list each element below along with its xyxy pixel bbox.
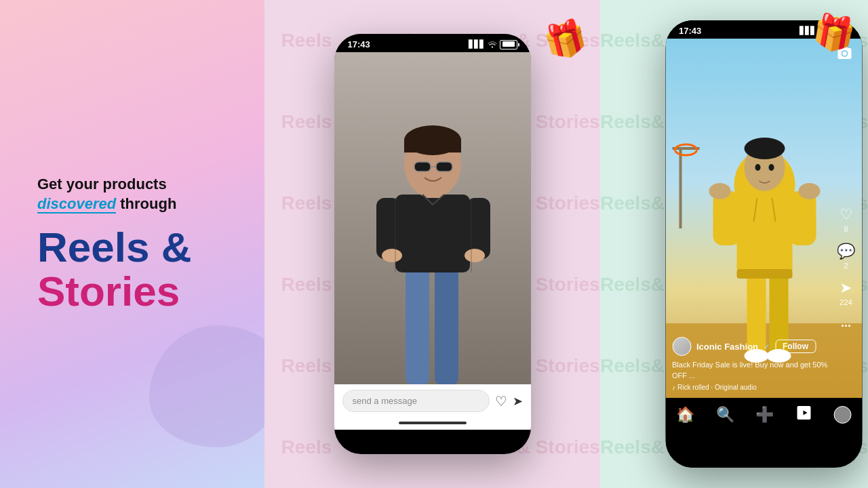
- signal-icon: ▋▋▋: [469, 40, 485, 49]
- svg-point-35: [755, 164, 760, 171]
- like-icon[interactable]: ♡: [495, 393, 507, 409]
- svg-point-32: [798, 183, 820, 199]
- reel-username: Iconic Fashion: [696, 342, 758, 352]
- svg-rect-3: [435, 262, 458, 384]
- phone1-time: 17:43: [348, 39, 370, 49]
- svg-point-36: [768, 164, 774, 171]
- share-icon[interactable]: ➤: [513, 394, 523, 409]
- wifi-icon: [488, 40, 497, 49]
- tagline-through: through: [116, 195, 176, 212]
- gift-decoration-right: 🎁: [809, 10, 857, 56]
- svg-point-7: [382, 249, 402, 262]
- reel-caption: Black Friday Sale is live! Buy now and g…: [672, 360, 828, 381]
- headline-stories: Stories: [37, 269, 231, 313]
- share-count: 224: [840, 298, 852, 306]
- phone1-mockup: 17:43 ▋▋▋: [334, 34, 531, 454]
- svg-rect-14: [436, 162, 452, 171]
- add-nav-icon[interactable]: ➕: [755, 406, 774, 424]
- phone2-mockup: 17:43 ▋▋▋: [665, 20, 862, 468]
- svg-point-31: [709, 183, 730, 199]
- more-icon: ...: [841, 316, 851, 330]
- profile-nav-avatar[interactable]: [833, 406, 851, 424]
- phone1-status-bar: 17:43 ▋▋▋: [334, 34, 531, 52]
- tagline-line1: Get your products: [37, 175, 231, 195]
- reel-user-avatar: [672, 337, 691, 356]
- reel-bottom-info: Iconic Fashion ✓ Follow Black Friday Sal…: [672, 337, 828, 391]
- svg-rect-12: [404, 139, 461, 152]
- home-indicator: [334, 418, 531, 430]
- comment-action[interactable]: 💬 2: [837, 243, 855, 270]
- comment-count: 2: [844, 262, 848, 270]
- reels-nav-icon[interactable]: [795, 405, 812, 425]
- svg-rect-39: [736, 269, 792, 279]
- svg-rect-20: [679, 147, 682, 228]
- tagline-discovered: discovered: [37, 195, 116, 214]
- center-area: Reels & Stories Reels & Stories Reels & …: [264, 0, 600, 488]
- reel-action-buttons: ♡ 8 💬 2 ➤ 224 ...: [837, 206, 855, 330]
- follow-button[interactable]: Follow: [775, 340, 816, 353]
- svg-point-8: [465, 249, 485, 262]
- tagline-line2: discovered through: [37, 195, 231, 213]
- share-icon: ➤: [840, 279, 852, 297]
- like-count: 8: [844, 225, 848, 233]
- phone2-reel-content: ♡ 8 💬 2 ➤ 224 ... Iconic: [665, 39, 862, 398]
- left-panel: Get your products discovered through Ree…: [0, 0, 264, 488]
- reel-audio: ♪ Rick rolled · Original audio: [672, 384, 828, 391]
- more-action[interactable]: ...: [841, 316, 851, 330]
- svg-rect-2: [406, 262, 429, 384]
- phone1-status-icons: ▋▋▋: [469, 40, 517, 49]
- like-action[interactable]: ♡ 8: [840, 206, 853, 233]
- gift-decoration-left: 🎁: [540, 16, 591, 64]
- home-nav-icon[interactable]: 🏠: [676, 406, 694, 424]
- audio-text: Rick rolled · Original audio: [677, 384, 757, 391]
- music-note-icon: ♪: [672, 384, 675, 391]
- message-input-display[interactable]: send a message: [342, 390, 490, 412]
- phone1-message-bar: send a message ♡ ➤: [334, 384, 531, 418]
- verified-badge: ✓: [764, 342, 770, 351]
- search-nav-icon[interactable]: 🔍: [716, 406, 734, 424]
- svg-rect-13: [414, 162, 431, 171]
- phone2-nav-bar: 🏠 🔍 ➕: [665, 398, 862, 433]
- headline-reels: Reels &: [37, 225, 231, 269]
- svg-rect-30: [789, 191, 816, 245]
- phone1-photo-content: [334, 52, 531, 384]
- battery-icon: [500, 40, 517, 49]
- reel-user-row: Iconic Fashion ✓ Follow: [672, 337, 828, 356]
- phone2-time: 17:43: [679, 26, 701, 36]
- svg-point-34: [744, 138, 785, 159]
- comment-icon: 💬: [837, 243, 855, 260]
- right-area: Reels & Stories Reels & Stories Reels & …: [600, 0, 868, 488]
- svg-rect-4: [395, 195, 470, 272]
- heart-icon: ♡: [840, 206, 853, 224]
- svg-rect-29: [713, 191, 740, 245]
- share-action[interactable]: ➤ 224: [840, 279, 852, 306]
